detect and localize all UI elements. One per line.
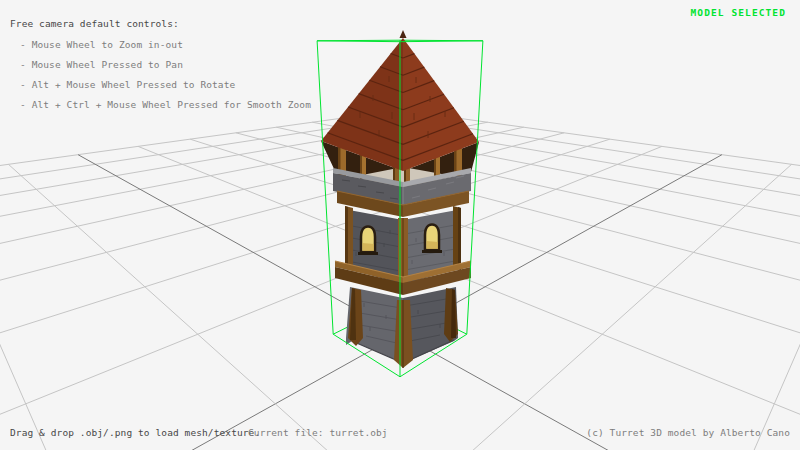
control-hint-zoom: - Mouse Wheel to Zoom in-out (20, 39, 183, 50)
drop-hint: Drag & drop .obj/.png to load mesh/textu… (10, 427, 260, 438)
controls-header: Free camera default controls: (10, 18, 179, 29)
control-hint-pan: - Mouse Wheel Pressed to Pan (20, 59, 183, 70)
model-viewer-window: Free camera default controls: - Mouse Wh… (0, 0, 800, 450)
credit-label: (c) Turret 3D model by Alberto Cano (586, 427, 790, 438)
window-left (358, 227, 378, 256)
control-hint-smooth-zoom: - Alt + Ctrl + Mouse Wheel Pressed for S… (20, 99, 311, 110)
lower-body (346, 287, 458, 368)
window-right (422, 225, 442, 254)
current-file-label: Current file: turret.obj (248, 427, 388, 438)
model-selected-badge: MODEL SELECTED (691, 7, 786, 18)
control-hint-rotate: - Alt + Mouse Wheel Pressed to Rotate (20, 79, 235, 90)
roof-finial (400, 30, 407, 38)
